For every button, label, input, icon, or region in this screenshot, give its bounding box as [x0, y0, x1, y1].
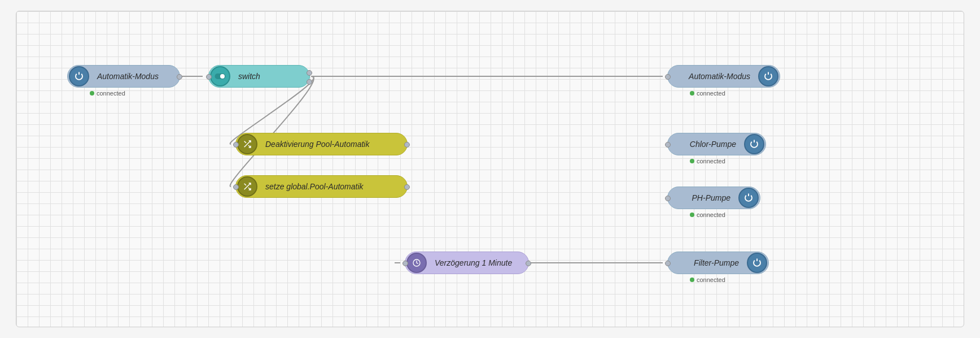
flow-canvas[interactable]: Automatik-Modus connected switch [16, 11, 964, 327]
connections-svg [16, 11, 964, 327]
input-port[interactable] [403, 261, 408, 266]
status-dot-3 [690, 159, 694, 163]
input-port[interactable] [665, 261, 671, 266]
filter-pumpe-node[interactable]: Filter-Pumpe [667, 252, 769, 274]
ph-pumpe-node[interactable]: PH-Pumpe [667, 187, 760, 209]
input-port[interactable] [665, 142, 671, 148]
status-dot-5 [690, 278, 694, 282]
svg-point-1 [220, 74, 225, 79]
output-port-2[interactable] [307, 79, 312, 85]
chlor-pumpe-status: connected [690, 158, 725, 164]
status-text-5: connected [697, 276, 725, 283]
automatik-output-status: connected [690, 90, 725, 97]
switch-icon [210, 66, 230, 86]
function-icon-1 [237, 134, 257, 154]
status-text: connected [97, 90, 125, 97]
status-dot-4 [690, 213, 694, 217]
power-icon-4 [738, 188, 759, 208]
power-icon-3 [744, 134, 764, 154]
verzoegerung-node[interactable]: Verzögerung 1 Minute [405, 252, 529, 274]
status-text-4: connected [697, 211, 725, 218]
ph-pumpe-label: PH-Pumpe [685, 193, 737, 202]
switch-label: switch [231, 72, 267, 81]
status-text-2: connected [697, 90, 725, 97]
power-icon [69, 66, 89, 86]
status-text-3: connected [697, 158, 725, 164]
power-icon-2 [758, 66, 778, 86]
output-port[interactable] [404, 142, 410, 148]
delay-icon [406, 253, 427, 273]
input-port[interactable] [233, 184, 239, 190]
deaktivierung-node[interactable]: Deaktivierung Pool-Automatik [235, 133, 408, 155]
status-dot [90, 91, 94, 96]
setze-global-label: setze global.Pool-Automatik [259, 182, 370, 191]
status-dot-2 [690, 91, 694, 96]
chlor-pumpe-label: Chlor-Pumpe [683, 140, 743, 149]
automatik-output-label: Automatik-Modus [682, 72, 757, 81]
canvas-wrapper: Automatik-Modus connected switch [0, 0, 980, 338]
output-port[interactable] [526, 261, 531, 266]
input-port[interactable] [206, 74, 212, 80]
filter-pumpe-status: connected [690, 276, 725, 283]
verzoegerung-label: Verzögerung 1 Minute [428, 258, 519, 267]
filter-pumpe-label: Filter-Pumpe [687, 258, 746, 267]
power-icon-5 [747, 253, 767, 273]
automatik-input-status: connected [90, 90, 125, 97]
output-port[interactable] [177, 74, 182, 80]
input-port[interactable] [665, 196, 671, 201]
setze-global-node[interactable]: setze global.Pool-Automatik [235, 175, 408, 198]
automatik-input-label: Automatik-Modus [90, 72, 165, 81]
output-port-1[interactable] [307, 70, 312, 76]
automatik-output-node[interactable]: Automatik-Modus [667, 65, 780, 88]
ph-pumpe-status: connected [690, 211, 725, 218]
deaktivierung-label: Deaktivierung Pool-Automatik [259, 140, 376, 149]
input-port[interactable] [665, 74, 671, 80]
input-port[interactable] [233, 142, 239, 148]
switch-node[interactable]: switch [208, 65, 310, 88]
automatik-input-node[interactable]: Automatik-Modus [67, 65, 180, 88]
function-icon-2 [237, 176, 257, 197]
output-port[interactable] [404, 184, 410, 190]
chlor-pumpe-node[interactable]: Chlor-Pumpe [667, 133, 766, 155]
